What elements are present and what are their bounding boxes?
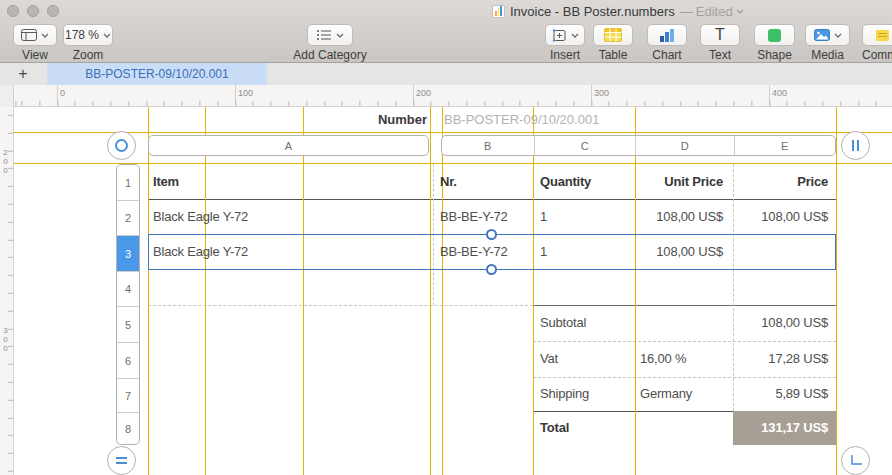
cell-subtotal-value[interactable]: 108,00 US$: [728, 305, 828, 341]
zoom-button[interactable]: 178 %: [63, 24, 113, 46]
view-icon: [21, 29, 37, 41]
column-header-d[interactable]: D: [635, 136, 734, 155]
column-header-a[interactable]: A: [149, 136, 428, 155]
cell-total-value[interactable]: 131,17 US$: [733, 411, 836, 445]
cell-quantity-header[interactable]: Quantity: [540, 164, 591, 199]
ruler-mark: 100: [238, 88, 253, 98]
table-handle-icon: [115, 139, 128, 152]
chart-button[interactable]: [647, 24, 687, 46]
add-sheet-button[interactable]: +: [11, 63, 35, 85]
titlebar-toolbar: Invoice - BB Poster.numbers — Edited Vie…: [0, 0, 892, 63]
cell-vat-label[interactable]: Vat: [540, 341, 558, 377]
cell-nr[interactable]: BB-BE-Y-72: [440, 199, 508, 234]
cell-shipping-label[interactable]: Shipping: [540, 377, 589, 411]
chevron-down-icon: [103, 33, 111, 38]
table-move-handle[interactable]: [107, 131, 136, 160]
chevron-down-icon: [571, 33, 579, 38]
row-header-8[interactable]: 8: [117, 412, 139, 444]
active-sheet-tab[interactable]: BB-POSTER-09/10/20.001: [47, 63, 267, 85]
row-header-1[interactable]: 1: [117, 165, 139, 200]
insert-button[interactable]: [545, 24, 585, 46]
column-header-c[interactable]: C: [534, 136, 635, 155]
window-title-group: Invoice - BB Poster.numbers — Edited: [492, 3, 744, 19]
cell-subtotal-label[interactable]: Subtotal: [540, 305, 586, 341]
ruler-ticks: [14, 101, 892, 106]
cell-item[interactable]: Black Eagle Y-72: [153, 199, 248, 234]
ruler-mark: 300: [1, 326, 9, 353]
view-button[interactable]: [13, 24, 57, 46]
invoice-number-label[interactable]: Number: [303, 107, 427, 132]
column-header-bar: B C D E: [441, 135, 836, 156]
add-column-handle[interactable]: [841, 131, 870, 160]
row-header-3-selected[interactable]: 3: [117, 235, 139, 271]
fullscreen-button[interactable]: [47, 5, 59, 17]
row-header-5[interactable]: 5: [117, 306, 139, 342]
sheet-tab-bar: + BB-POSTER-09/10/20.001: [0, 63, 892, 85]
cell-item-header[interactable]: Item: [153, 164, 179, 199]
cell-price-header[interactable]: Price: [728, 164, 828, 199]
cell-vat-rate[interactable]: 16,00 %: [640, 341, 686, 377]
cell-total-label[interactable]: Total: [540, 411, 569, 445]
comment-icon: [876, 30, 889, 41]
edited-menu[interactable]: — Edited: [680, 4, 744, 19]
column-header-b[interactable]: B: [442, 136, 534, 155]
chart-label: Chart: [637, 48, 697, 62]
chevron-down-icon: [736, 9, 744, 14]
zoom-value: 178 %: [65, 28, 99, 42]
row-header-4[interactable]: 4: [117, 271, 139, 306]
view-button-label: View: [8, 48, 62, 62]
numbers-doc-icon: [492, 5, 505, 18]
add-row-icon: [116, 457, 127, 464]
chevron-down-icon: [41, 33, 49, 38]
category-list-icon: [316, 29, 332, 41]
cell-nr-header[interactable]: Nr.: [440, 164, 457, 199]
window-title: Invoice - BB Poster.numbers: [510, 4, 675, 19]
media-button[interactable]: [805, 24, 850, 46]
media-icon: [814, 29, 830, 41]
shape-button[interactable]: [754, 24, 795, 46]
selection-bottom-handle[interactable]: [486, 264, 497, 275]
text-label: Text: [690, 48, 750, 62]
ruler-corner: [0, 85, 14, 107]
text-button[interactable]: T: [700, 24, 740, 46]
cell-shipping-region[interactable]: Germany: [640, 377, 692, 411]
corner-resize-icon: [849, 454, 863, 467]
add-category-label: Add Category: [287, 48, 373, 62]
ruler-mark: 200: [416, 88, 431, 98]
ruler-mark: 200: [1, 148, 9, 175]
vertical-ruler: 200 300: [0, 107, 14, 475]
media-label: Media: [795, 48, 860, 62]
cell-price[interactable]: 108,00 US$: [728, 199, 828, 234]
comment-button[interactable]: [862, 24, 892, 46]
add-row-column-handle[interactable]: [841, 446, 870, 475]
comment-label: Comm: [862, 48, 892, 62]
zoom-button-label: Zoom: [63, 48, 113, 62]
row-header-7[interactable]: 7: [117, 378, 139, 412]
add-column-icon: [852, 140, 859, 151]
table-button[interactable]: [593, 24, 633, 46]
table-label: Table: [583, 48, 643, 62]
text-icon: T: [715, 27, 725, 43]
horizontal-ruler: 0 100 200 300 400: [0, 85, 892, 107]
cell-quantity[interactable]: 1: [540, 199, 547, 234]
cell-unit-price-header[interactable]: Unit Price: [623, 164, 723, 199]
minimize-button[interactable]: [27, 5, 39, 17]
cell-shipping-value[interactable]: 5,89 US$: [728, 377, 828, 411]
invoice-number-value[interactable]: BB-POSTER-09/10/20.001: [444, 107, 599, 132]
chevron-down-icon: [834, 33, 842, 38]
row-header-6[interactable]: 6: [117, 342, 139, 378]
cell-vat-value[interactable]: 17,28 US$: [728, 341, 828, 377]
row-header-2[interactable]: 2: [117, 200, 139, 235]
cell-unit-price[interactable]: 108,00 US$: [623, 199, 723, 234]
shape-icon: [768, 29, 781, 42]
alignment-guide-horizontal: [14, 132, 892, 133]
add-row-handle[interactable]: [107, 446, 136, 475]
ruler-mark: 400: [772, 88, 787, 98]
column-header-e[interactable]: E: [734, 136, 835, 155]
numbers-window: Invoice - BB Poster.numbers — Edited Vie…: [0, 0, 892, 475]
insert-icon: [552, 29, 567, 42]
add-category-button[interactable]: [307, 24, 353, 46]
selection-top-handle[interactable]: [486, 229, 497, 240]
ruler-mark: 300: [594, 88, 609, 98]
close-button[interactable]: [7, 5, 19, 17]
